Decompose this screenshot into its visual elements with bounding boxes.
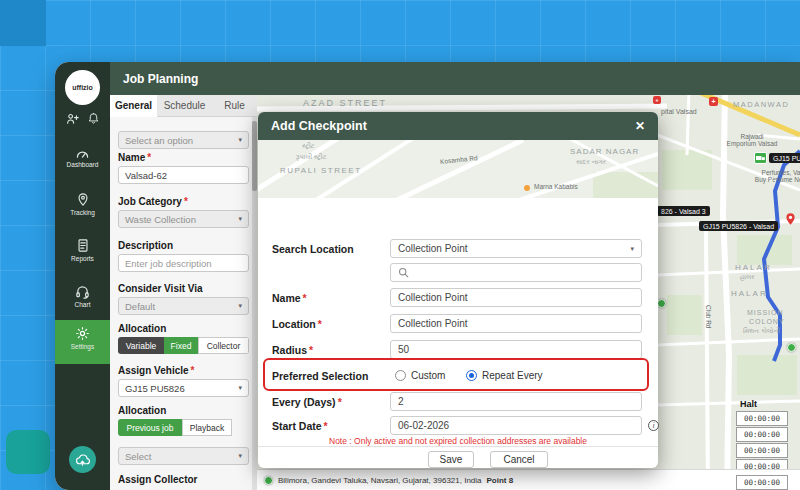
map-label-mission-gu: મિશન કોલોની — [743, 327, 780, 335]
sidebar-item-label: Tracking — [55, 209, 110, 216]
reports-document-icon — [76, 238, 90, 253]
map-label-halar-2: HALAR — [731, 289, 768, 298]
vehicle-truck-marker[interactable] — [754, 152, 767, 164]
map-poi-green-2[interactable] — [787, 343, 796, 352]
chevron-down-icon: ▾ — [238, 302, 242, 310]
repeat-every-radio[interactable] — [466, 370, 477, 381]
info-icon[interactable]: i — [648, 420, 659, 431]
map-label-halar-1-gu: હાલર — [740, 273, 755, 281]
hospital-marker-icon[interactable]: + — [709, 97, 718, 106]
modal-map-sadar-gu: સાદર નાગર — [576, 158, 606, 166]
tab-general[interactable]: General — [110, 95, 157, 117]
modal-map-marna: Marna Kababis — [534, 183, 578, 190]
every-days-input[interactable]: 2 — [390, 392, 642, 411]
map-label-mission-1: MISSION — [747, 309, 784, 316]
sidebar-item-tracking[interactable]: Tracking — [55, 192, 110, 216]
option-select-value: Select an option — [125, 135, 193, 146]
gear-icon — [75, 326, 90, 341]
tab-schedule[interactable]: Schedule — [157, 95, 212, 117]
cloud-upload-icon — [75, 452, 90, 467]
save-button[interactable]: Save — [428, 451, 474, 468]
decor-square-top — [0, 0, 46, 46]
sidebar-item-chart[interactable]: Chart — [55, 284, 110, 308]
checkpoint-location-label: Location* — [272, 314, 322, 334]
option-select[interactable]: Select an option ▾ — [118, 131, 249, 149]
start-date-row: Start Date* 06-02-2026 i — [258, 416, 658, 436]
description-input[interactable]: Enter job description — [118, 254, 249, 272]
allocation-option-collector[interactable]: Collector — [198, 337, 249, 354]
allocation-segmented: Variable Fixed Collector — [118, 337, 249, 354]
cancel-button[interactable]: Cancel — [490, 451, 548, 468]
job-form-panel: General Schedule Rule Select an option ▾… — [110, 95, 257, 490]
red-pin-icon[interactable] — [784, 211, 797, 227]
start-date-value: 06-02-2026 — [398, 420, 449, 431]
cloud-upload-button[interactable] — [69, 446, 96, 473]
vehicle-chip-top[interactable]: GJ15 PU5826 — [769, 153, 800, 163]
every-days-label: Every (Days)* — [272, 392, 342, 412]
chevron-down-icon: ▾ — [630, 245, 634, 253]
halt-time-cell: 00:00:00 — [736, 443, 788, 458]
radius-input[interactable]: 50 — [390, 340, 642, 359]
map-label-club-rd: Club Rd — [705, 305, 712, 328]
map-label-perfumes: Perfumes, ValsadBuy Perfume Near Me — [747, 169, 800, 183]
name-label: Name* — [118, 152, 151, 163]
sidebar-item-settings[interactable]: Settings — [55, 320, 110, 364]
sidebar-item-label: Chart — [55, 301, 110, 308]
assign-collector-label: Assign Collector — [118, 474, 199, 485]
allocation-option-variable[interactable]: Variable — [118, 337, 164, 354]
job-category-select[interactable]: Waste Collection ▾ — [118, 210, 249, 228]
map-poi-red-icon[interactable]: + — [653, 96, 661, 104]
bottom-select-value: Select — [125, 451, 151, 462]
map-label-hospital: pital Valsad — [661, 108, 697, 115]
allocation-option-fixed[interactable]: Fixed — [164, 337, 198, 354]
preferred-selection-row: Preferred Selection Custom Repeat Every — [258, 366, 658, 386]
add-user-icon[interactable] — [66, 112, 79, 125]
allocation2-option-previous-job[interactable]: Previous job — [118, 419, 182, 436]
modal-title: Add Checkpoint — [271, 119, 635, 133]
description-label: Description — [118, 240, 175, 251]
location-search-input[interactable] — [390, 263, 642, 282]
search-location-row: Search Location Collection Point ▾ — [258, 239, 658, 259]
search-icon — [398, 267, 409, 278]
allocation2-label: Allocation — [118, 405, 166, 416]
sidebar-item-label: Settings — [55, 343, 110, 350]
vehicle-chip-mid[interactable]: 826 - Valsad 3 — [657, 206, 710, 216]
checkpoint-address-row[interactable]: Bilimora, Gandevi Taluka, Navsari, Gujar… — [257, 469, 800, 490]
checkpoint-location-value: Collection Point — [398, 318, 467, 329]
custom-radio-label[interactable]: Custom — [411, 366, 445, 386]
job-category-label: Job Category* — [118, 196, 188, 207]
allocation2-option-playback[interactable]: Playback — [182, 419, 232, 436]
search-location-label: Search Location — [272, 239, 354, 259]
radius-label: Radius* — [272, 340, 313, 360]
map-poi-green-1[interactable] — [657, 299, 666, 308]
search-location-select[interactable]: Collection Point ▾ — [390, 239, 642, 258]
halt-column-header: Halt — [740, 399, 757, 409]
consider-visit-via-select[interactable]: Default ▾ — [118, 297, 249, 315]
checkpoint-name-input[interactable]: Collection Point — [390, 288, 642, 307]
chevron-down-icon: ▾ — [238, 384, 242, 392]
modal-map-preview[interactable]: સ્ટ્રીટ રૂપાલી સ્ટ્રીટ RUPALI STREET Kos… — [258, 140, 658, 198]
description-placeholder: Enter job description — [125, 258, 212, 269]
checkpoint-location-row: Location* Collection Point — [258, 314, 658, 334]
map-label-madanwad: MADANWAD — [733, 100, 789, 109]
uffizio-logo[interactable]: uffizio — [65, 70, 100, 105]
bottom-select[interactable]: Select ▾ — [118, 447, 249, 465]
assign-vehicle-select[interactable]: GJ15 PU5826 ▾ — [118, 379, 249, 397]
consider-visit-via-value: Default — [125, 301, 155, 312]
repeat-every-radio-label[interactable]: Repeat Every — [482, 366, 543, 386]
name-input[interactable]: Valsad-62 — [118, 166, 249, 184]
close-icon[interactable]: ✕ — [635, 119, 645, 133]
notifications-bell-icon[interactable] — [87, 112, 100, 125]
vehicle-chip-low[interactable]: GJ15 PU5826 - Valsad — [699, 221, 778, 231]
start-date-input[interactable]: 06-02-2026 — [390, 416, 642, 435]
sidebar-item-label: Reports — [55, 255, 110, 262]
tab-rule[interactable]: Rule — [212, 95, 257, 117]
map-label-halar-1: HALAR — [735, 263, 772, 272]
checkpoint-location-input[interactable]: Collection Point — [390, 314, 642, 333]
modal-map-street-gu: સ્ટ્રીટ — [302, 142, 315, 150]
sidebar-item-reports[interactable]: Reports — [55, 238, 110, 262]
sidebar-item-dashboard[interactable]: Dashboard — [55, 146, 110, 168]
checkpoint-name-label: Name* — [272, 288, 307, 308]
custom-radio[interactable] — [395, 370, 406, 381]
headset-icon — [75, 284, 90, 299]
